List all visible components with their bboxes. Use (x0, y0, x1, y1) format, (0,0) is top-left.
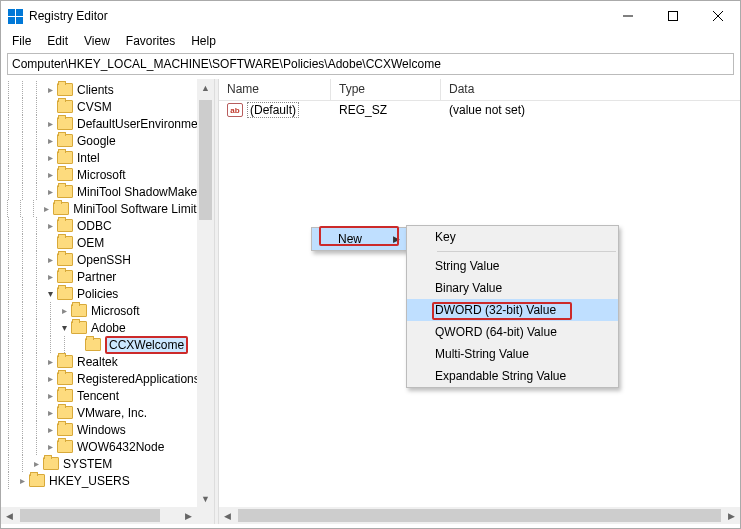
chevron-right-icon[interactable]: ▸ (57, 305, 71, 316)
tree-item-label: Clients (77, 83, 118, 97)
chevron-right-icon[interactable]: ▸ (29, 458, 43, 469)
folder-icon (57, 355, 73, 368)
tree-item[interactable]: CVSM (1, 98, 214, 115)
tree-item[interactable]: ▸SYSTEM (1, 455, 214, 472)
context-submenu-label: String Value (435, 259, 499, 273)
menu-help[interactable]: Help (184, 32, 223, 50)
tree-item[interactable]: ▸Windows (1, 421, 214, 438)
chevron-down-icon[interactable]: ▾ (57, 322, 71, 333)
context-menu-new[interactable]: New ▶ (312, 228, 407, 250)
chevron-right-icon[interactable]: ▸ (43, 424, 57, 435)
chevron-right-icon[interactable]: ▸ (43, 390, 57, 401)
tree-item-label: Policies (77, 287, 122, 301)
tree-vertical-scrollbar[interactable]: ▲ ▼ (197, 79, 214, 507)
col-data[interactable]: Data (441, 79, 740, 100)
context-submenu-label: Expandable String Value (435, 369, 566, 383)
col-name[interactable]: Name (219, 79, 331, 100)
tree-item[interactable]: ▾Policies (1, 285, 214, 302)
tree-item[interactable]: ▸HKEY_USERS (1, 472, 214, 489)
tree-item[interactable]: ▸Tencent (1, 387, 214, 404)
context-submenu-item[interactable]: Binary Value (407, 277, 618, 299)
context-submenu-label: QWORD (64-bit) Value (435, 325, 557, 339)
tree-pane: ▸ClientsCVSM▸DefaultUserEnvironment▸Goog… (1, 79, 214, 524)
tree-item[interactable]: ▸WOW6432Node (1, 438, 214, 455)
context-submenu-item[interactable]: Multi-String Value (407, 343, 618, 365)
chevron-right-icon[interactable]: ▸ (43, 271, 57, 282)
menu-edit[interactable]: Edit (40, 32, 75, 50)
context-submenu-label: DWORD (32-bit) Value (435, 303, 556, 317)
scroll-down-icon[interactable]: ▼ (197, 490, 214, 507)
chevron-right-icon[interactable]: ▸ (43, 441, 57, 452)
chevron-right-icon[interactable]: ▸ (43, 84, 57, 95)
tree-item[interactable]: ▸Intel (1, 149, 214, 166)
chevron-right-icon[interactable]: ▸ (43, 356, 57, 367)
tree-item[interactable]: ▸OpenSSH (1, 251, 214, 268)
tree-item[interactable]: ▸MiniTool ShadowMaker (1, 183, 214, 200)
chevron-right-icon[interactable]: ▸ (43, 373, 57, 384)
tree-item-label: Windows (77, 423, 130, 437)
scroll-right-icon[interactable]: ▶ (723, 507, 740, 524)
maximize-button[interactable] (650, 1, 695, 31)
folder-icon (57, 389, 73, 402)
menu-file[interactable]: File (5, 32, 38, 50)
menu-favorites[interactable]: Favorites (119, 32, 182, 50)
scroll-right-icon[interactable]: ▶ (180, 507, 197, 524)
tree-item[interactable]: CCXWelcome (1, 336, 214, 353)
chevron-down-icon[interactable]: ▾ (43, 288, 57, 299)
scroll-left-icon[interactable]: ◀ (1, 507, 18, 524)
tree-item[interactable]: ▸VMware, Inc. (1, 404, 214, 421)
chevron-right-icon[interactable]: ▸ (43, 186, 57, 197)
tree-item[interactable]: ▸Microsoft (1, 166, 214, 183)
tree-item-label: SYSTEM (63, 457, 116, 471)
context-submenu-label: Key (435, 230, 456, 244)
value-data: (value not set) (441, 103, 740, 117)
tree-horizontal-scrollbar[interactable]: ◀ ▶ (1, 507, 197, 524)
chevron-right-icon[interactable]: ▸ (43, 169, 57, 180)
string-value-icon: ab (227, 103, 243, 117)
tree-item[interactable]: ▸MiniTool Software Limited (1, 200, 214, 217)
tree-item[interactable]: ▸Google (1, 132, 214, 149)
chevron-right-icon[interactable]: ▸ (15, 475, 29, 486)
chevron-right-icon[interactable]: ▸ (43, 407, 57, 418)
tree-item[interactable]: ▾Adobe (1, 319, 214, 336)
tree-item-label: Microsoft (91, 304, 144, 318)
folder-icon (71, 321, 87, 334)
scroll-left-icon[interactable]: ◀ (219, 507, 236, 524)
tree-item-label: CCXWelcome (105, 336, 188, 354)
chevron-right-icon[interactable]: ▸ (43, 118, 57, 129)
list-row[interactable]: ab (Default) REG_SZ (value not set) (219, 101, 740, 119)
chevron-right-icon[interactable]: ▸ (43, 152, 57, 163)
tree-item[interactable]: OEM (1, 234, 214, 251)
tree-item-label: OpenSSH (77, 253, 135, 267)
tree-item[interactable]: ▸ODBC (1, 217, 214, 234)
context-submenu-item[interactable]: String Value (407, 255, 618, 277)
context-submenu-item[interactable]: DWORD (32-bit) Value (407, 299, 618, 321)
folder-icon (57, 236, 73, 249)
close-button[interactable] (695, 1, 740, 31)
chevron-right-icon[interactable]: ▸ (43, 254, 57, 265)
menu-view[interactable]: View (77, 32, 117, 50)
tree-item[interactable]: ▸Partner (1, 268, 214, 285)
tree-item[interactable]: ▸Clients (1, 81, 214, 98)
minimize-button[interactable] (605, 1, 650, 31)
tree-item-label: Microsoft (77, 168, 130, 182)
chevron-right-icon[interactable]: ▸ (43, 135, 57, 146)
context-submenu-item[interactable]: Expandable String Value (407, 365, 618, 387)
context-submenu-item[interactable]: QWORD (64-bit) Value (407, 321, 618, 343)
context-submenu-label: Multi-String Value (435, 347, 529, 361)
chevron-right-icon[interactable]: ▸ (43, 220, 57, 231)
context-submenu-item[interactable]: Key (407, 226, 618, 248)
values-horizontal-scrollbar[interactable]: ◀ ▶ (219, 507, 740, 524)
regedit-icon (7, 8, 23, 24)
tree-item[interactable]: ▸Realtek (1, 353, 214, 370)
folder-icon (71, 304, 87, 317)
tree-item[interactable]: ▸RegisteredApplications (1, 370, 214, 387)
address-bar[interactable]: Computer\HKEY_LOCAL_MACHINE\SOFTWARE\Pol… (7, 53, 734, 75)
chevron-right-icon[interactable]: ▸ (40, 203, 53, 214)
tree-item-label: OEM (77, 236, 108, 250)
col-type[interactable]: Type (331, 79, 441, 100)
tree-item[interactable]: ▸DefaultUserEnvironment (1, 115, 214, 132)
tree-item[interactable]: ▸Microsoft (1, 302, 214, 319)
folder-icon (57, 406, 73, 419)
scroll-up-icon[interactable]: ▲ (197, 79, 214, 96)
